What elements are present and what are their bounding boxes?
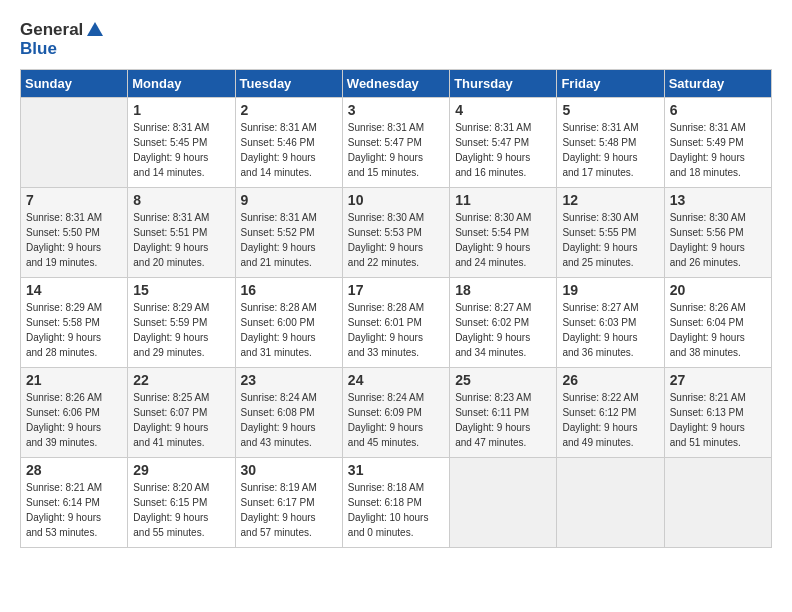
- day-info: Sunrise: 8:25 AM Sunset: 6:07 PM Dayligh…: [133, 390, 229, 450]
- day-header-wednesday: Wednesday: [342, 69, 449, 97]
- day-info: Sunrise: 8:30 AM Sunset: 5:56 PM Dayligh…: [670, 210, 766, 270]
- calendar-cell: 20Sunrise: 8:26 AM Sunset: 6:04 PM Dayli…: [664, 277, 771, 367]
- day-info: Sunrise: 8:22 AM Sunset: 6:12 PM Dayligh…: [562, 390, 658, 450]
- day-info: Sunrise: 8:29 AM Sunset: 5:58 PM Dayligh…: [26, 300, 122, 360]
- day-header-thursday: Thursday: [450, 69, 557, 97]
- day-info: Sunrise: 8:30 AM Sunset: 5:55 PM Dayligh…: [562, 210, 658, 270]
- calendar-cell: 2Sunrise: 8:31 AM Sunset: 5:46 PM Daylig…: [235, 97, 342, 187]
- calendar-cell: 14Sunrise: 8:29 AM Sunset: 5:58 PM Dayli…: [21, 277, 128, 367]
- day-number: 26: [562, 372, 658, 388]
- calendar-cell: 30Sunrise: 8:19 AM Sunset: 6:17 PM Dayli…: [235, 457, 342, 547]
- day-info: Sunrise: 8:20 AM Sunset: 6:15 PM Dayligh…: [133, 480, 229, 540]
- day-number: 15: [133, 282, 229, 298]
- svg-marker-0: [87, 22, 103, 36]
- calendar-week-1: 1Sunrise: 8:31 AM Sunset: 5:45 PM Daylig…: [21, 97, 772, 187]
- day-number: 1: [133, 102, 229, 118]
- calendar-cell: 31Sunrise: 8:18 AM Sunset: 6:18 PM Dayli…: [342, 457, 449, 547]
- day-number: 11: [455, 192, 551, 208]
- day-header-monday: Monday: [128, 69, 235, 97]
- calendar-cell: [450, 457, 557, 547]
- calendar-cell: 13Sunrise: 8:30 AM Sunset: 5:56 PM Dayli…: [664, 187, 771, 277]
- day-header-sunday: Sunday: [21, 69, 128, 97]
- day-info: Sunrise: 8:27 AM Sunset: 6:03 PM Dayligh…: [562, 300, 658, 360]
- calendar-cell: 4Sunrise: 8:31 AM Sunset: 5:47 PM Daylig…: [450, 97, 557, 187]
- calendar-cell: 22Sunrise: 8:25 AM Sunset: 6:07 PM Dayli…: [128, 367, 235, 457]
- day-info: Sunrise: 8:29 AM Sunset: 5:59 PM Dayligh…: [133, 300, 229, 360]
- day-info: Sunrise: 8:30 AM Sunset: 5:54 PM Dayligh…: [455, 210, 551, 270]
- day-info: Sunrise: 8:23 AM Sunset: 6:11 PM Dayligh…: [455, 390, 551, 450]
- calendar-cell: 7Sunrise: 8:31 AM Sunset: 5:50 PM Daylig…: [21, 187, 128, 277]
- day-info: Sunrise: 8:28 AM Sunset: 6:00 PM Dayligh…: [241, 300, 337, 360]
- day-number: 12: [562, 192, 658, 208]
- logo-general-text: General: [20, 21, 83, 40]
- day-number: 19: [562, 282, 658, 298]
- day-number: 8: [133, 192, 229, 208]
- day-info: Sunrise: 8:31 AM Sunset: 5:46 PM Dayligh…: [241, 120, 337, 180]
- logo-blue-text: Blue: [20, 40, 57, 59]
- day-header-tuesday: Tuesday: [235, 69, 342, 97]
- day-number: 4: [455, 102, 551, 118]
- day-number: 20: [670, 282, 766, 298]
- calendar-cell: 5Sunrise: 8:31 AM Sunset: 5:48 PM Daylig…: [557, 97, 664, 187]
- day-number: 3: [348, 102, 444, 118]
- calendar-cell: [557, 457, 664, 547]
- day-info: Sunrise: 8:24 AM Sunset: 6:08 PM Dayligh…: [241, 390, 337, 450]
- calendar-cell: 10Sunrise: 8:30 AM Sunset: 5:53 PM Dayli…: [342, 187, 449, 277]
- day-info: Sunrise: 8:19 AM Sunset: 6:17 PM Dayligh…: [241, 480, 337, 540]
- calendar-cell: 19Sunrise: 8:27 AM Sunset: 6:03 PM Dayli…: [557, 277, 664, 367]
- calendar-week-2: 7Sunrise: 8:31 AM Sunset: 5:50 PM Daylig…: [21, 187, 772, 277]
- day-info: Sunrise: 8:31 AM Sunset: 5:47 PM Dayligh…: [455, 120, 551, 180]
- calendar-header-row: SundayMondayTuesdayWednesdayThursdayFrid…: [21, 69, 772, 97]
- day-header-friday: Friday: [557, 69, 664, 97]
- calendar-cell: 29Sunrise: 8:20 AM Sunset: 6:15 PM Dayli…: [128, 457, 235, 547]
- day-number: 18: [455, 282, 551, 298]
- calendar-cell: 8Sunrise: 8:31 AM Sunset: 5:51 PM Daylig…: [128, 187, 235, 277]
- day-number: 9: [241, 192, 337, 208]
- day-number: 24: [348, 372, 444, 388]
- day-info: Sunrise: 8:21 AM Sunset: 6:14 PM Dayligh…: [26, 480, 122, 540]
- day-info: Sunrise: 8:31 AM Sunset: 5:52 PM Dayligh…: [241, 210, 337, 270]
- day-info: Sunrise: 8:27 AM Sunset: 6:02 PM Dayligh…: [455, 300, 551, 360]
- day-number: 30: [241, 462, 337, 478]
- calendar-table: SundayMondayTuesdayWednesdayThursdayFrid…: [20, 69, 772, 548]
- calendar-cell: 11Sunrise: 8:30 AM Sunset: 5:54 PM Dayli…: [450, 187, 557, 277]
- day-info: Sunrise: 8:31 AM Sunset: 5:50 PM Dayligh…: [26, 210, 122, 270]
- calendar-cell: 28Sunrise: 8:21 AM Sunset: 6:14 PM Dayli…: [21, 457, 128, 547]
- header: GeneralBlue: [20, 20, 772, 59]
- calendar-week-4: 21Sunrise: 8:26 AM Sunset: 6:06 PM Dayli…: [21, 367, 772, 457]
- calendar-cell: 24Sunrise: 8:24 AM Sunset: 6:09 PM Dayli…: [342, 367, 449, 457]
- day-number: 10: [348, 192, 444, 208]
- day-info: Sunrise: 8:30 AM Sunset: 5:53 PM Dayligh…: [348, 210, 444, 270]
- day-header-saturday: Saturday: [664, 69, 771, 97]
- day-number: 29: [133, 462, 229, 478]
- day-info: Sunrise: 8:21 AM Sunset: 6:13 PM Dayligh…: [670, 390, 766, 450]
- calendar-cell: 26Sunrise: 8:22 AM Sunset: 6:12 PM Dayli…: [557, 367, 664, 457]
- calendar-cell: 6Sunrise: 8:31 AM Sunset: 5:49 PM Daylig…: [664, 97, 771, 187]
- calendar-cell: 16Sunrise: 8:28 AM Sunset: 6:00 PM Dayli…: [235, 277, 342, 367]
- day-number: 13: [670, 192, 766, 208]
- day-info: Sunrise: 8:31 AM Sunset: 5:47 PM Dayligh…: [348, 120, 444, 180]
- calendar-cell: 3Sunrise: 8:31 AM Sunset: 5:47 PM Daylig…: [342, 97, 449, 187]
- calendar-cell: [21, 97, 128, 187]
- logo: GeneralBlue: [20, 20, 105, 59]
- day-info: Sunrise: 8:24 AM Sunset: 6:09 PM Dayligh…: [348, 390, 444, 450]
- day-number: 14: [26, 282, 122, 298]
- calendar-body: 1Sunrise: 8:31 AM Sunset: 5:45 PM Daylig…: [21, 97, 772, 547]
- day-info: Sunrise: 8:26 AM Sunset: 6:04 PM Dayligh…: [670, 300, 766, 360]
- calendar-cell: 12Sunrise: 8:30 AM Sunset: 5:55 PM Dayli…: [557, 187, 664, 277]
- calendar-week-3: 14Sunrise: 8:29 AM Sunset: 5:58 PM Dayli…: [21, 277, 772, 367]
- day-number: 6: [670, 102, 766, 118]
- calendar-cell: 23Sunrise: 8:24 AM Sunset: 6:08 PM Dayli…: [235, 367, 342, 457]
- day-info: Sunrise: 8:31 AM Sunset: 5:48 PM Dayligh…: [562, 120, 658, 180]
- day-info: Sunrise: 8:26 AM Sunset: 6:06 PM Dayligh…: [26, 390, 122, 450]
- calendar-cell: 18Sunrise: 8:27 AM Sunset: 6:02 PM Dayli…: [450, 277, 557, 367]
- calendar-cell: 27Sunrise: 8:21 AM Sunset: 6:13 PM Dayli…: [664, 367, 771, 457]
- calendar-cell: [664, 457, 771, 547]
- day-number: 22: [133, 372, 229, 388]
- day-info: Sunrise: 8:31 AM Sunset: 5:45 PM Dayligh…: [133, 120, 229, 180]
- calendar-cell: 15Sunrise: 8:29 AM Sunset: 5:59 PM Dayli…: [128, 277, 235, 367]
- day-number: 2: [241, 102, 337, 118]
- day-number: 28: [26, 462, 122, 478]
- calendar-cell: 21Sunrise: 8:26 AM Sunset: 6:06 PM Dayli…: [21, 367, 128, 457]
- calendar-cell: 9Sunrise: 8:31 AM Sunset: 5:52 PM Daylig…: [235, 187, 342, 277]
